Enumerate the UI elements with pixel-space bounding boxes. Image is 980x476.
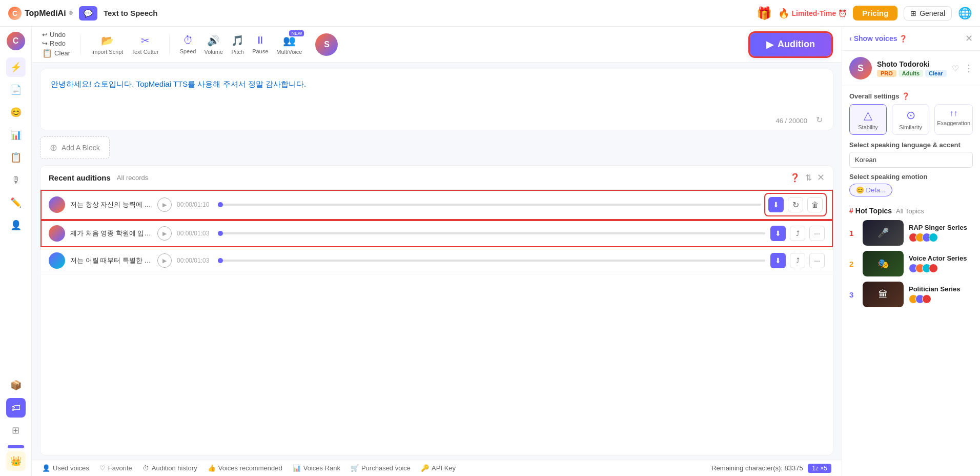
- speed-icon: ⏱: [183, 34, 193, 46]
- heart-icon-voice[interactable]: ♡: [952, 64, 959, 73]
- delete-button-1[interactable]: 🗑: [807, 197, 823, 212]
- sidebar-item-box[interactable]: 📦: [6, 375, 26, 395]
- sidebar-indicator: [8, 445, 24, 448]
- undo-button[interactable]: ↩ Undo: [42, 31, 70, 38]
- sidebar-item-grid[interactable]: ⊞: [6, 421, 26, 440]
- more-button-2[interactable]: ···: [809, 226, 825, 241]
- emotion-section: Select speaking emotion 😊 Defa...: [842, 173, 980, 202]
- audition-button[interactable]: ▶ Audition: [750, 33, 831, 56]
- pause-button[interactable]: ⏸ Pause: [252, 34, 268, 54]
- play-button-2[interactable]: ▶: [157, 226, 172, 241]
- topic-item-2[interactable]: 2 🎭 Voice Actor Series: [849, 251, 973, 276]
- text-editor[interactable]: 안녕하세요! 쇼토입니다. TopMediai TTS를 사용해 주셔서 정말 …: [40, 69, 833, 130]
- heart-icon: ♡: [99, 464, 106, 472]
- sidebar-item-list[interactable]: 📋: [6, 148, 26, 167]
- all-topics-link[interactable]: All Topics: [896, 207, 924, 215]
- help-icon-voices[interactable]: ❓: [899, 35, 907, 43]
- similarity-icon: ⊙: [906, 109, 915, 122]
- editor-text[interactable]: 안녕하세요! 쇼토입니다. TopMediai TTS를 사용해 주셔서 정말 …: [51, 77, 823, 91]
- all-records-link[interactable]: All records: [117, 174, 148, 182]
- topic-avatars-2: [909, 264, 967, 273]
- help-icon-settings[interactable]: ❓: [902, 92, 910, 100]
- globe-icon[interactable]: 🌐: [958, 7, 972, 20]
- sort-icon[interactable]: ⇅: [805, 173, 812, 183]
- purchased-voice-item[interactable]: 🛒 Purchased voice: [351, 464, 411, 472]
- pricing-button[interactable]: Pricing: [853, 6, 897, 21]
- sidebar-item-lightning[interactable]: ⚡: [6, 57, 26, 77]
- auditions-title: Recent auditions: [49, 173, 111, 182]
- pitch-button[interactable]: 🎵 Pitch: [231, 34, 244, 55]
- api-icon: 🔑: [421, 464, 429, 472]
- time-label-1: 00:00/01:10: [177, 201, 213, 208]
- redo-button[interactable]: ↪ Redo: [42, 39, 70, 47]
- download-button-3[interactable]: ⬇: [770, 253, 786, 268]
- show-voices-button[interactable]: ‹ Show voices ❓: [849, 34, 907, 43]
- play-button-3[interactable]: ▶: [157, 253, 172, 268]
- sidebar-badge-button[interactable]: 🏷: [6, 398, 26, 418]
- volume-button[interactable]: 🔊 Volume: [204, 34, 223, 55]
- topic-item-3[interactable]: 3 🏛 Politician Series: [849, 282, 973, 307]
- share-button-3[interactable]: ⤴: [790, 253, 805, 268]
- more-button-3[interactable]: ···: [809, 253, 825, 268]
- panel-header: ‹ Show voices ❓ ✕: [842, 27, 980, 51]
- sidebar-item-person[interactable]: 👤: [6, 215, 26, 235]
- text-cutter-button[interactable]: ✂ Text Cutter: [131, 34, 158, 55]
- sidebar-item-chart[interactable]: 📊: [6, 125, 26, 145]
- brand-name: TopMediAi: [25, 9, 66, 18]
- audition-history-item[interactable]: ⏱ Audition history: [142, 464, 197, 472]
- divider1: [80, 34, 81, 55]
- sidebar-item-pen[interactable]: ✏️: [6, 193, 26, 212]
- language-select[interactable]: Korean: [849, 152, 973, 168]
- multivoice-button[interactable]: 👥 MultiVoice NEW: [276, 34, 302, 55]
- voices-recommended-item[interactable]: 👍 Voices recommended: [208, 464, 282, 472]
- emotion-button[interactable]: 😊 Defa...: [849, 184, 892, 196]
- settings-label: Overall settings ❓: [849, 92, 973, 100]
- general-button[interactable]: ⊞ General: [904, 6, 952, 21]
- topic-item-1[interactable]: 1 🎤 RAP Singer Series: [849, 220, 973, 246]
- more-icon-voice[interactable]: ⋮: [964, 63, 973, 74]
- voices-rank-item[interactable]: 📊 Voices Rank: [293, 464, 340, 472]
- similarity-label: Similarity: [899, 124, 922, 130]
- share-button-2[interactable]: ⤴: [790, 226, 805, 241]
- refresh-button-1[interactable]: ↻: [788, 197, 803, 212]
- exaggeration-option[interactable]: ↑↑ Exaggeration: [934, 104, 973, 135]
- volume-icon: 🔊: [207, 34, 220, 47]
- sidebar-item-mic[interactable]: 🎙: [6, 170, 26, 190]
- sidebar-item-file[interactable]: 📄: [6, 80, 26, 100]
- api-key-item[interactable]: 🔑 API Key: [421, 464, 456, 472]
- import-script-button[interactable]: 📂 Import Script: [91, 34, 123, 55]
- logo-area: C TopMediAi ®: [8, 7, 73, 20]
- voice-avatar[interactable]: S: [315, 33, 338, 56]
- close-auditions-icon[interactable]: ✕: [817, 172, 825, 183]
- limited-time-label: 🔥 Limited-Time ⏰: [778, 8, 847, 19]
- play-icon: ▶: [766, 39, 773, 50]
- time-label-3: 00:00/01:03: [177, 257, 213, 264]
- recent-auditions-panel: Recent auditions All records ❓ ⇅ ✕ 저는 항상…: [40, 165, 833, 455]
- clear-button[interactable]: 📋 Clear: [42, 48, 70, 58]
- download-button-2[interactable]: ⬇: [770, 226, 786, 241]
- stability-option[interactable]: △ Stability: [849, 104, 887, 135]
- pause-icon: ⏸: [255, 34, 266, 46]
- right-panel: ‹ Show voices ❓ ✕ S Shoto Todoroki PRO A…: [842, 27, 980, 476]
- favorite-item[interactable]: ♡ Favorite: [99, 464, 132, 472]
- used-voices-item[interactable]: 👤 Used voices: [42, 464, 89, 472]
- main-layout: C ⚡ 📄 😊 📊 📋 🎙 ✏️ 👤 📦 🏷 ⊞ 👑 ↩ Undo: [0, 27, 980, 476]
- speed-button[interactable]: ⏱ Speed: [180, 34, 196, 54]
- sidebar-item-crown[interactable]: 👑: [6, 451, 26, 471]
- help-icon[interactable]: ❓: [790, 173, 800, 183]
- sidebar-item-face[interactable]: 😊: [6, 103, 26, 122]
- tts-nav-icon[interactable]: 💬: [79, 6, 97, 21]
- topic-num-2: 2: [849, 260, 858, 268]
- add-block-button[interactable]: ⊕ Add A Block: [40, 136, 110, 159]
- user-avatar: C: [7, 32, 25, 50]
- audition-row-1: 저는 항상 자신의 능력에 대해... ▶ 00:00/01:10 ⬇ ↻ 🗑: [40, 190, 833, 220]
- stability-icon: △: [864, 109, 872, 122]
- refresh-icon[interactable]: ↻: [816, 115, 823, 125]
- exaggeration-icon: ↑↑: [950, 109, 958, 118]
- redo-icon: ↪: [42, 39, 48, 47]
- download-button-1[interactable]: ⬇: [768, 197, 784, 212]
- panel-close-icon[interactable]: ✕: [965, 33, 973, 44]
- play-button-1[interactable]: ▶: [157, 197, 172, 212]
- tag-adults: Adults: [899, 70, 923, 77]
- similarity-option[interactable]: ⊙ Similarity: [892, 104, 929, 135]
